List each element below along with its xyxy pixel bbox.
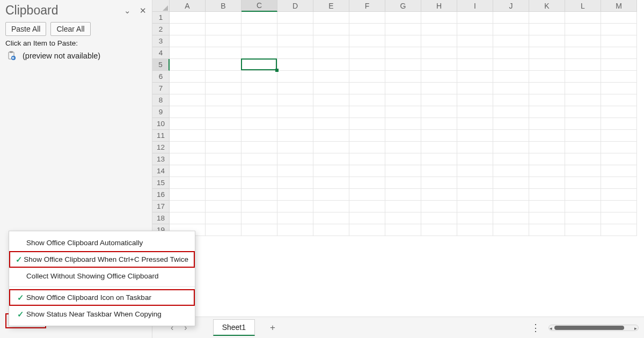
cell[interactable]: [206, 106, 241, 118]
cell[interactable]: [349, 212, 385, 224]
column-header[interactable]: E: [313, 0, 349, 12]
scroll-left-icon[interactable]: ◂: [550, 326, 552, 331]
row-header[interactable]: 12: [152, 142, 170, 153]
cell[interactable]: [385, 71, 421, 83]
row-header[interactable]: 4: [152, 47, 170, 59]
cell[interactable]: [313, 189, 349, 201]
cell[interactable]: [385, 224, 421, 236]
cell[interactable]: [385, 130, 421, 142]
cell[interactable]: [529, 142, 565, 153]
cell[interactable]: [241, 153, 277, 165]
cell[interactable]: [385, 142, 421, 153]
row-header[interactable]: 11: [152, 130, 170, 142]
cell[interactable]: [421, 12, 457, 24]
cell[interactable]: [313, 59, 349, 71]
cell[interactable]: [241, 47, 277, 59]
row-header[interactable]: 15: [152, 177, 170, 189]
cell[interactable]: [241, 24, 277, 35]
cell[interactable]: [565, 177, 601, 189]
cell[interactable]: [493, 47, 529, 59]
cell[interactable]: [277, 201, 313, 212]
cell[interactable]: [349, 118, 385, 130]
cell[interactable]: [493, 153, 529, 165]
cell[interactable]: [421, 177, 457, 189]
cell[interactable]: [241, 130, 277, 142]
cell[interactable]: [457, 201, 493, 212]
cell[interactable]: [457, 189, 493, 201]
cell[interactable]: [170, 130, 206, 142]
cell[interactable]: [493, 12, 529, 24]
cell[interactable]: [241, 59, 277, 71]
cell[interactable]: [277, 83, 313, 94]
clipboard-item[interactable]: (preview not available): [5, 49, 147, 62]
cell[interactable]: [601, 59, 637, 71]
cell[interactable]: [241, 201, 277, 212]
cell[interactable]: [421, 224, 457, 236]
cell[interactable]: [601, 142, 637, 153]
cell[interactable]: [241, 12, 277, 24]
cell[interactable]: [457, 142, 493, 153]
cell[interactable]: [601, 12, 637, 24]
cell[interactable]: [457, 94, 493, 106]
cell[interactable]: [421, 59, 457, 71]
cell[interactable]: [565, 189, 601, 201]
cell[interactable]: [529, 12, 565, 24]
cell[interactable]: [313, 165, 349, 177]
cell[interactable]: [170, 153, 206, 165]
column-header[interactable]: I: [457, 0, 493, 12]
cell[interactable]: [277, 224, 313, 236]
cell[interactable]: [349, 59, 385, 71]
cell[interactable]: [385, 47, 421, 59]
cell[interactable]: [457, 35, 493, 47]
sheet-tab-active[interactable]: Sheet1: [213, 319, 255, 336]
cell[interactable]: [241, 106, 277, 118]
cell[interactable]: [385, 106, 421, 118]
cell[interactable]: [457, 165, 493, 177]
row-header[interactable]: 10: [152, 118, 170, 130]
cell[interactable]: [385, 83, 421, 94]
cell[interactable]: [529, 165, 565, 177]
cell[interactable]: [493, 177, 529, 189]
cell[interactable]: [421, 118, 457, 130]
cell[interactable]: [493, 212, 529, 224]
cell[interactable]: [170, 118, 206, 130]
row-header[interactable]: 8: [152, 94, 170, 106]
cell[interactable]: [565, 224, 601, 236]
cell[interactable]: [206, 130, 241, 142]
cell[interactable]: [206, 35, 241, 47]
cell[interactable]: [241, 177, 277, 189]
cell[interactable]: [385, 12, 421, 24]
cell[interactable]: [206, 24, 241, 35]
cell[interactable]: [421, 71, 457, 83]
cell[interactable]: [385, 118, 421, 130]
cell[interactable]: [277, 94, 313, 106]
cell[interactable]: [601, 118, 637, 130]
cell[interactable]: [457, 212, 493, 224]
fill-handle[interactable]: [275, 69, 279, 72]
cell[interactable]: [349, 130, 385, 142]
clipboard-collapse-icon[interactable]: ⌄: [124, 6, 131, 14]
cell[interactable]: [601, 165, 637, 177]
cell[interactable]: [277, 212, 313, 224]
cell[interactable]: [349, 47, 385, 59]
column-header[interactable]: L: [565, 0, 601, 12]
cell[interactable]: [170, 212, 206, 224]
cell[interactable]: [277, 35, 313, 47]
cell[interactable]: [529, 177, 565, 189]
cell[interactable]: [565, 142, 601, 153]
cell[interactable]: [313, 118, 349, 130]
cell[interactable]: [529, 201, 565, 212]
cell[interactable]: [349, 106, 385, 118]
cell[interactable]: [277, 118, 313, 130]
cell[interactable]: [529, 106, 565, 118]
cell[interactable]: [457, 83, 493, 94]
cell[interactable]: [565, 212, 601, 224]
cell[interactable]: [421, 47, 457, 59]
cell[interactable]: [241, 118, 277, 130]
cell[interactable]: [385, 59, 421, 71]
cell[interactable]: [493, 165, 529, 177]
cell[interactable]: [385, 212, 421, 224]
cell[interactable]: [601, 47, 637, 59]
cell[interactable]: [601, 201, 637, 212]
cell[interactable]: [385, 177, 421, 189]
